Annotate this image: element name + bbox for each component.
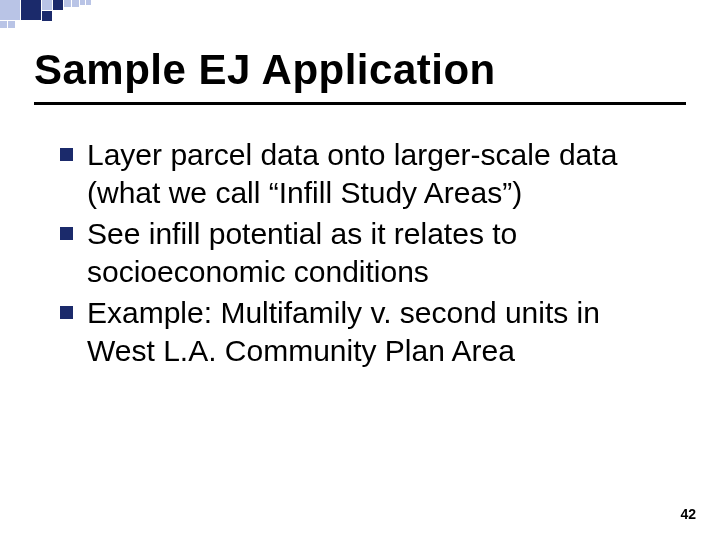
title-underline [34, 102, 686, 105]
page-number: 42 [680, 506, 696, 522]
list-item: Example: Multifamily v. second units in … [60, 294, 670, 371]
corner-decoration [0, 0, 120, 28]
square-bullet-icon [60, 306, 73, 319]
square-bullet-icon [60, 227, 73, 240]
list-item: Layer parcel data onto larger-scale data… [60, 136, 670, 213]
list-item-text: Layer parcel data onto larger-scale data… [87, 136, 670, 213]
square-bullet-icon [60, 148, 73, 161]
bullet-list: Layer parcel data onto larger-scale data… [60, 136, 670, 372]
slide-title: Sample EJ Application [34, 46, 496, 94]
list-item-text: See infill potential as it relates to so… [87, 215, 670, 292]
list-item-text: Example: Multifamily v. second units in … [87, 294, 670, 371]
list-item: See infill potential as it relates to so… [60, 215, 670, 292]
